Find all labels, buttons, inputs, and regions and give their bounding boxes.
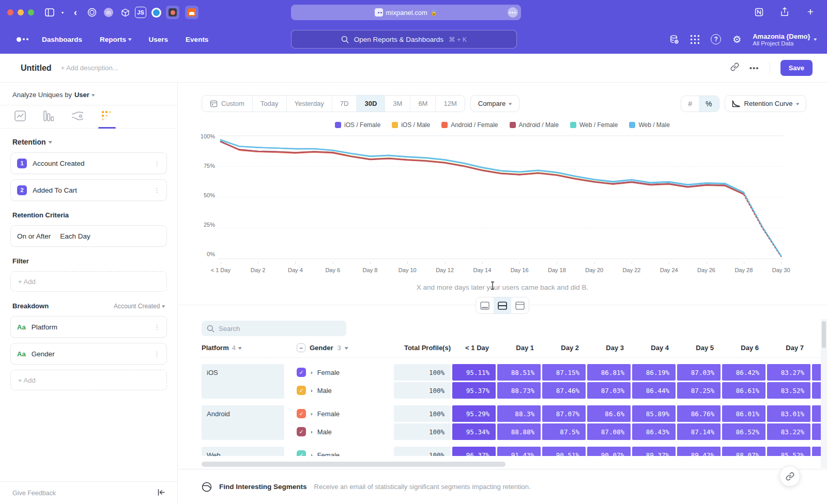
copy-link-icon[interactable] (730, 62, 739, 73)
breakdown-menu-icon[interactable]: ⋮ (154, 350, 160, 358)
step-menu-icon[interactable]: ⋮ (154, 160, 160, 167)
expand-chevron-icon[interactable]: › (311, 369, 313, 375)
range-30d[interactable]: 30D (357, 96, 385, 112)
day-column-header[interactable]: Day 6 (722, 344, 765, 352)
retention-value-cell[interactable]: 88.51% (497, 364, 541, 381)
breakdown-scope-dropdown[interactable]: Account Created▾ (114, 303, 165, 310)
expand-chevron-icon[interactable]: › (311, 411, 313, 417)
retention-value-cell[interactable]: 87.15% (542, 364, 586, 381)
extension-icon-3[interactable] (118, 6, 132, 19)
retention-value-cell[interactable]: 85.52% (767, 447, 810, 456)
retention-value-cell[interactable]: 90.07% (587, 447, 631, 456)
retention-value-cell[interactable]: 87.14% (677, 423, 721, 440)
retention-value-cell[interactable]: 88.3% (497, 405, 541, 422)
series-checkbox[interactable]: ✓ (297, 368, 306, 377)
platform-cell[interactable]: iOS (202, 364, 284, 399)
gender-column-header[interactable]: − Gender3▾ (297, 343, 390, 352)
range-7d[interactable]: 7D (332, 96, 357, 112)
series-checkbox[interactable]: ✓ (297, 427, 306, 436)
retention-step-2[interactable]: 2 Added To Cart ⋮ (10, 179, 167, 201)
add-breakdown-button[interactable]: + Add (10, 370, 167, 390)
notion-icon[interactable] (752, 5, 765, 19)
sidebar-chevron-icon[interactable]: ▾ (59, 6, 66, 19)
expand-chevron-icon[interactable]: › (311, 429, 313, 435)
nav-events[interactable]: Events (186, 36, 208, 43)
retention-value-cell[interactable]: 90.51% (542, 447, 586, 456)
retention-value-cell[interactable]: 83.22% (767, 423, 810, 440)
day-column-header[interactable]: Day 2 (542, 344, 586, 352)
horizontal-scrollbar[interactable] (202, 462, 506, 467)
compare-button[interactable]: Compare▾ (470, 95, 519, 112)
series-checkbox[interactable]: ✓ (297, 386, 306, 395)
retention-value-cell[interactable]: 89.37% (632, 447, 676, 456)
extension-icon-js[interactable]: JS (135, 7, 146, 18)
day-column-header[interactable]: Day 5 (677, 344, 721, 352)
extension-icon-2[interactable]: m (102, 6, 115, 19)
collapse-sidebar-icon[interactable] (158, 489, 165, 497)
tab-insights[interactable] (14, 111, 26, 128)
breakdown-platform[interactable]: Aa Platform ⋮ (10, 316, 167, 338)
retention-value-cell[interactable]: 87.08% (587, 423, 631, 440)
apps-grid-icon[interactable] (691, 35, 699, 44)
extension-icon-1[interactable] (85, 6, 99, 19)
platform-cell[interactable]: Android (202, 405, 284, 440)
plot-area[interactable]: < 1 DayDay 2Day 4Day 6Day 8Day 10Day 12D… (218, 133, 784, 275)
series-checkbox[interactable]: ✓ (297, 409, 306, 418)
retention-value-cell[interactable]: 88.88% (497, 423, 541, 440)
retention-value-cell[interactable]: 85.89% (632, 405, 676, 422)
url-bar[interactable]: mixpanel.com 🔒 ••• (291, 5, 521, 20)
legend-item[interactable]: iOS / Female (335, 121, 380, 129)
expand-chevron-icon[interactable]: › (311, 387, 313, 393)
day-column-header[interactable]: Day 1 (497, 344, 541, 352)
breakdown-gender[interactable]: Aa Gender ⋮ (10, 343, 167, 365)
close-window-button[interactable] (7, 9, 13, 15)
retention-value-cell[interactable]: 87.03% (587, 382, 631, 399)
settings-gear-icon[interactable]: ⚙ (732, 34, 741, 45)
retention-value-cell[interactable]: 83.52% (767, 382, 810, 399)
retention-value-cell[interactable]: 86.01% (722, 405, 765, 422)
help-icon[interactable]: ? (711, 34, 721, 44)
retention-value-cell[interactable]: 87.5% (542, 423, 586, 440)
mixpanel-logo[interactable] (17, 37, 28, 42)
tab-funnels[interactable] (43, 111, 54, 128)
back-button-icon[interactable]: ‹ (69, 6, 82, 19)
step-menu-icon[interactable]: ⋮ (154, 186, 160, 194)
retention-value-cell[interactable]: 87.03% (677, 364, 721, 381)
gender-cell[interactable]: ✓›Male (297, 382, 390, 399)
retention-section-header[interactable]: Retention▾ (10, 138, 167, 146)
retention-value-cell[interactable]: 95.11% (452, 364, 496, 381)
retention-value-cell[interactable]: 86.52% (722, 423, 765, 440)
pinned-tab-icon-1[interactable] (166, 6, 179, 19)
retention-value-cell[interactable]: 86.43% (632, 423, 676, 440)
unit-percent-toggle[interactable]: % (699, 96, 718, 112)
range-6m[interactable]: 6M (410, 96, 436, 112)
unit-number-toggle[interactable]: # (681, 96, 699, 112)
retention-value-cell[interactable]: 86.76% (677, 405, 721, 422)
table-only-view-icon[interactable] (511, 297, 529, 313)
more-options-icon[interactable]: ••• (749, 64, 759, 72)
pinned-tab-icon-2[interactable] (185, 6, 198, 19)
gender-cell[interactable]: ✓›Female (297, 405, 390, 422)
criteria-interval[interactable]: Each Day (60, 232, 90, 240)
nav-reports[interactable]: Reports▾ (100, 36, 131, 43)
retention-value-cell[interactable]: 83.01% (767, 405, 810, 422)
maximize-window-button[interactable] (28, 9, 34, 15)
retention-value-cell[interactable]: 86.81% (587, 364, 631, 381)
retention-value-cell[interactable]: 86.61% (722, 382, 765, 399)
give-feedback-link[interactable]: Give Feedback (12, 490, 56, 497)
nav-dashboards[interactable]: Dashboards (42, 36, 82, 43)
global-search-button[interactable]: Open Reports & Dashboards ⌘ + K (291, 30, 517, 49)
save-button[interactable]: Save (780, 60, 813, 76)
retention-value-cell[interactable]: 83.27% (767, 364, 810, 381)
retention-value-cell[interactable]: 91.43% (497, 447, 541, 456)
retention-value-cell[interactable]: 95.34% (452, 423, 496, 440)
retention-value-cell[interactable]: 86.19% (632, 364, 676, 381)
retention-value-cell[interactable]: 96.37% (452, 447, 496, 456)
add-description[interactable]: + Add description... (61, 64, 118, 72)
extension-icon-4[interactable] (149, 6, 163, 19)
gender-cell[interactable]: ✓›Female (297, 447, 390, 456)
share-icon[interactable] (778, 5, 791, 19)
legend-item[interactable]: iOS / Male (392, 121, 430, 129)
table-search-input[interactable] (219, 325, 332, 333)
retention-criteria-card[interactable]: On or After Each Day (10, 225, 167, 247)
